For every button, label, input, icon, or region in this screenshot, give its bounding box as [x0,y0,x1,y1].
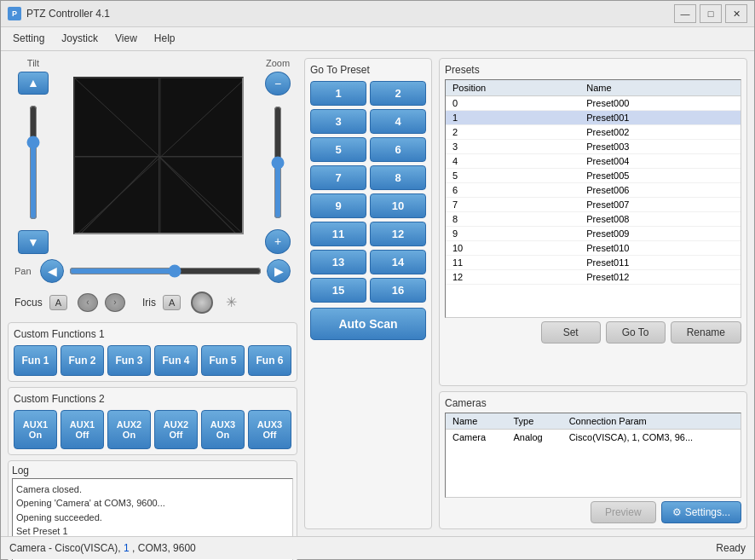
preset-btn-5[interactable]: 5 [310,137,366,162]
preset-name: Preset005 [579,168,741,182]
preset-btn-12[interactable]: 12 [370,222,426,246]
preset-row[interactable]: 3Preset003 [446,139,741,153]
aux1-off-button[interactable]: AUX1Off [61,410,104,449]
fun4-button[interactable]: Fun 4 [154,345,198,376]
fun5-button[interactable]: Fun 5 [201,345,245,376]
minimize-button[interactable]: — [674,4,696,23]
menu-joystick[interactable]: Joystick [53,29,107,48]
aux2-on-button[interactable]: AUX2On [107,410,151,449]
aux2-off-button[interactable]: AUX2Off [154,410,198,449]
zoom-minus-button[interactable]: − [265,72,291,96]
close-button[interactable]: ✕ [725,4,747,23]
pan-slider[interactable] [69,264,262,278]
presets-table-container[interactable]: Position Name 0Preset0001Preset0012Prese… [445,79,741,318]
preset-row[interactable]: 1Preset001 [446,110,741,124]
iris-open-button[interactable] [191,292,213,314]
pan-left-button[interactable]: ◀ [40,259,64,283]
menu-help[interactable]: Help [146,29,184,48]
window-controls: — □ ✕ [674,4,747,23]
fun2-button[interactable]: Fun 2 [61,345,104,376]
preset-position: 1 [446,110,579,124]
cameras-table-container[interactable]: Name Type Connection Param Camera Analog… [445,413,741,498]
log-line: Opening succeeded. [16,511,289,525]
go-to-button[interactable]: Go To [606,321,666,344]
aux1-on-button[interactable]: AUX1On [14,410,57,449]
set-button[interactable]: Set [541,321,601,344]
cameras-table: Name Type Connection Param Camera Analog… [446,413,741,445]
right-panel: Presets Position Name 0Preset0001Preset0… [439,58,747,529]
preset-row[interactable]: 4Preset004 [446,153,741,168]
preset-row[interactable]: 9Preset009 [446,226,741,240]
custom-functions-2-grid: AUX1On AUX1Off AUX2On AUX2Off AUX3On AUX… [14,410,291,449]
preset-row[interactable]: 5Preset005 [446,168,741,182]
preset-name: Preset010 [579,240,741,255]
preset-btn-10[interactable]: 10 [370,193,426,218]
preset-row[interactable]: 2Preset002 [446,124,741,139]
cameras-section: Cameras Name Type Connection Param [439,391,747,529]
preset-row[interactable]: 7Preset007 [446,197,741,211]
preset-btn-4[interactable]: 4 [370,109,426,134]
menu-view[interactable]: View [107,29,146,48]
tilt-up-button[interactable]: ▲ [18,72,49,95]
focus-minus-button[interactable]: ‹ [78,293,98,312]
window-title: PTZ Controller 4.1 [26,8,674,20]
preset-btn-3[interactable]: 3 [310,109,366,134]
fun3-button[interactable]: Fun 3 [107,345,151,376]
preset-row[interactable]: 10Preset010 [446,240,741,255]
preset-grid: 1 2 3 4 5 6 7 8 9 10 11 12 13 14 15 16 [310,81,426,303]
zoom-slider[interactable] [269,106,286,219]
preview-button[interactable]: Preview [591,501,656,523]
preset-btn-8[interactable]: 8 [370,165,426,190]
maximize-button[interactable]: □ [700,4,722,23]
title-bar: P PTZ Controller 4.1 — □ ✕ [1,1,754,27]
camera-name: Camera [446,429,506,445]
zoom-plus-button[interactable]: + [265,229,291,254]
preset-position: 0 [446,95,579,110]
tilt-slider[interactable] [25,105,42,221]
log-line: Opening 'Camera' at COM3, 9600... [16,496,289,511]
fun6-button[interactable]: Fun 6 [248,345,291,376]
preset-btn-6[interactable]: 6 [370,137,426,162]
iris-close-button[interactable]: ✳ [220,292,242,314]
presets-title: Presets [445,64,741,76]
preset-btn-2[interactable]: 2 [370,81,426,106]
rename-button[interactable]: Rename [671,321,741,344]
preset-row[interactable]: 8Preset008 [446,211,741,226]
menu-setting[interactable]: Setting [4,29,53,48]
preset-btn-11[interactable]: 11 [310,222,366,246]
pan-label: Pan [14,266,35,276]
status-camera-info: Camera - Cisco(VISCA), 1 , COM3, 9600 [9,542,699,554]
pan-right-button[interactable]: ▶ [267,259,291,283]
iris-auto-button[interactable]: A [163,295,181,310]
focus-plus-button[interactable]: › [105,293,125,312]
aux3-off-button[interactable]: AUX3Off [248,410,291,449]
preset-position: 8 [446,211,579,226]
joystick-canvas[interactable] [73,77,244,234]
preset-btn-13[interactable]: 13 [310,250,366,274]
camera-row[interactable]: Camera Analog Cisco(VISCA), 1, COM3, 96.… [446,429,741,445]
preset-btn-16[interactable]: 16 [370,278,426,303]
focus-auto-button[interactable]: A [49,295,67,310]
preset-name: Preset009 [579,226,741,240]
preset-name: Preset003 [579,139,741,153]
preset-position: 12 [446,269,579,284]
preset-btn-15[interactable]: 15 [310,278,366,303]
focus-label: Focus [14,297,43,309]
tilt-down-button[interactable]: ▼ [18,230,49,253]
preset-btn-7[interactable]: 7 [310,165,366,190]
preset-row[interactable]: 6Preset006 [446,182,741,197]
preset-btn-1[interactable]: 1 [310,81,366,106]
preset-btn-14[interactable]: 14 [370,250,426,274]
preset-position: 5 [446,168,579,182]
preset-row[interactable]: 12Preset012 [446,269,741,284]
aux3-on-button[interactable]: AUX3On [201,410,245,449]
preset-row[interactable]: 0Preset000 [446,95,741,110]
focus-iris-row: Focus A ‹ › Iris A ✳ [8,288,297,317]
camera-type: Analog [506,429,562,445]
preset-row[interactable]: 11Preset011 [446,255,741,269]
auto-scan-button[interactable]: Auto Scan [310,308,426,340]
preset-btn-9[interactable]: 9 [310,193,366,218]
log-line: Camera closed. [16,482,289,497]
fun1-button[interactable]: Fun 1 [14,345,57,376]
settings-button[interactable]: ⚙ Settings... [661,501,741,523]
